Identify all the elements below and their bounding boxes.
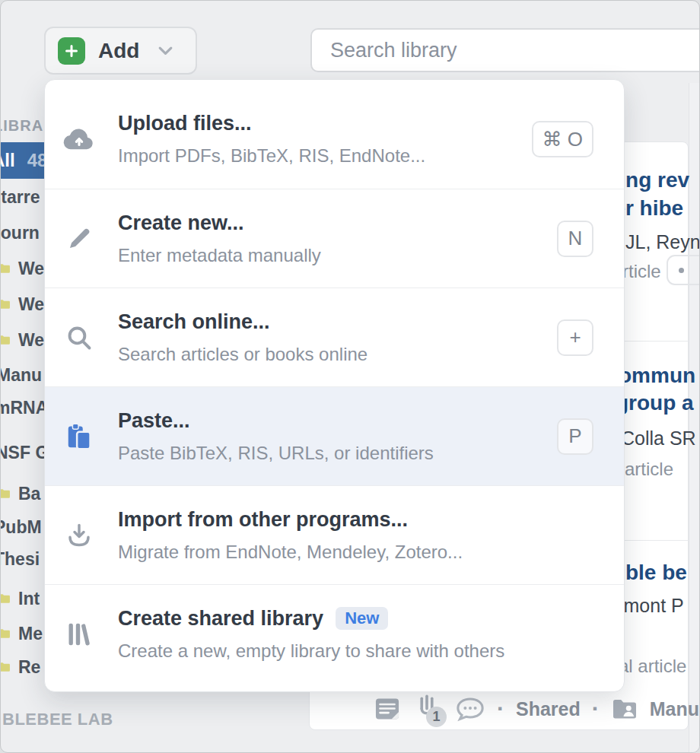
article-meta-row: 1 · Shared · Manusc bbox=[373, 691, 700, 726]
new-badge: New bbox=[336, 607, 388, 630]
menu-item-title: Paste... bbox=[118, 409, 557, 433]
menu-item-title: Search online... bbox=[118, 310, 557, 334]
sidebar-item-label: Thesi bbox=[0, 549, 40, 570]
menu-item-title-text: Create shared library bbox=[118, 607, 323, 631]
attachment-count-badge: 1 bbox=[426, 707, 447, 727]
sidebar-item-label: Int bbox=[18, 589, 40, 609]
menu-item-text: Paste... Paste BibTeX, RIS, URLs, or ide… bbox=[118, 409, 557, 464]
sidebar-item-label: Me bbox=[18, 624, 43, 644]
download-icon bbox=[62, 522, 97, 549]
menu-item-title: Import from other programs... bbox=[118, 508, 593, 532]
menu-item-upload-files[interactable]: Upload files... Import PDFs, BibTeX, RIS… bbox=[45, 90, 624, 189]
article-title[interactable]: group a bbox=[616, 391, 694, 415]
article-authors: JL, Reyn bbox=[625, 231, 700, 253]
sidebar-item-label: NSF G bbox=[0, 443, 49, 463]
menu-item-create-shared-library[interactable]: Create shared library New Create a new, … bbox=[45, 584, 624, 683]
menu-item-subtitle: Search articles or books online bbox=[118, 344, 557, 365]
sidebar-lab-section-label: BLEBEE LAB bbox=[2, 710, 113, 729]
shared-label: Shared bbox=[516, 698, 581, 720]
attachment-indicator[interactable]: 1 bbox=[413, 692, 444, 726]
folder-icon bbox=[0, 488, 11, 499]
notes-icon[interactable] bbox=[373, 694, 402, 723]
pencil-icon bbox=[62, 226, 97, 252]
menu-item-title: Upload files... bbox=[118, 112, 532, 135]
search-container bbox=[310, 28, 700, 72]
separator-dot: · bbox=[592, 697, 600, 720]
folder-icon bbox=[0, 335, 11, 345]
menu-item-subtitle: Paste BibTeX, RIS, URLs, or identifiers bbox=[118, 443, 557, 464]
menu-item-text: Create shared library New Create a new, … bbox=[118, 607, 593, 662]
article-type-label: al article bbox=[619, 656, 686, 677]
menu-item-import-programs[interactable]: Import from other programs... Migrate fr… bbox=[45, 485, 624, 584]
sidebar-item-label: Re bbox=[18, 657, 40, 678]
menu-item-subtitle: Migrate from EndNote, Mendeley, Zotero..… bbox=[118, 542, 593, 563]
menu-item-text: Create new... Enter metadata manually bbox=[118, 211, 557, 266]
search-input[interactable] bbox=[312, 30, 700, 71]
folder-chip-label[interactable]: Manusc bbox=[650, 698, 700, 720]
menu-item-title: Create new... bbox=[118, 211, 557, 235]
add-button-label: Add bbox=[98, 39, 139, 63]
separator-dot: · bbox=[497, 697, 504, 720]
folder-icon bbox=[0, 263, 11, 274]
sidebar-item-label: Starre bbox=[0, 187, 40, 208]
chevron-down-icon bbox=[155, 40, 176, 61]
sidebar-item-all-label: All bbox=[0, 150, 15, 171]
shortcut-badge: N bbox=[557, 221, 593, 257]
right-panel-strip bbox=[689, 83, 700, 753]
sidebar-item-label: We bbox=[18, 330, 44, 351]
clipboard-paste-icon bbox=[62, 421, 97, 452]
sidebar-item-label: Journ bbox=[0, 223, 40, 243]
sidebar-item-label: Ba bbox=[18, 484, 40, 504]
sidebar-lab-section-header: BLEBEE LAB bbox=[1, 709, 309, 730]
menu-item-paste[interactable]: Paste... Paste BibTeX, RIS, URLs, or ide… bbox=[45, 386, 624, 485]
article-type-label: rticle bbox=[622, 261, 661, 282]
magnifier-icon bbox=[62, 324, 97, 351]
citation-badge[interactable] bbox=[667, 255, 700, 285]
dot-icon bbox=[679, 268, 684, 273]
add-dropdown-menu: Upload files... Import PDFs, BibTeX, RIS… bbox=[44, 79, 625, 692]
menu-item-create-new[interactable]: Create new... Enter metadata manually N bbox=[45, 189, 624, 288]
menu-item-subtitle: Import PDFs, BibTeX, RIS, EndNote... bbox=[118, 145, 532, 167]
folder-icon bbox=[0, 593, 11, 604]
menu-item-text: Search online... Search articles or book… bbox=[118, 310, 557, 365]
sidebar-item-label: Manu bbox=[0, 365, 42, 386]
sidebar-library-header-label: LIBRA bbox=[0, 117, 43, 135]
menu-item-subtitle: Enter metadata manually bbox=[118, 245, 557, 266]
sidebar-item-label: We bbox=[18, 259, 44, 279]
shortcut-badge: ⌘ O bbox=[532, 121, 593, 157]
shared-folder-icon[interactable] bbox=[611, 697, 638, 721]
library-icon bbox=[62, 621, 97, 648]
add-button[interactable]: Add bbox=[44, 27, 197, 75]
menu-item-text: Import from other programs... Migrate fr… bbox=[118, 508, 593, 563]
sidebar-item-label: mRNA bbox=[0, 398, 48, 418]
plus-icon bbox=[58, 37, 85, 65]
sidebar-item-label: PubM bbox=[0, 517, 42, 538]
menu-item-text: Upload files... Import PDFs, BibTeX, RIS… bbox=[118, 112, 532, 167]
article-authors: Colla SR bbox=[621, 427, 696, 450]
menu-item-title: Create shared library New bbox=[118, 607, 593, 631]
folder-icon bbox=[0, 662, 11, 672]
folder-icon bbox=[0, 628, 11, 639]
shortcut-badge: P bbox=[557, 418, 593, 455]
comment-icon[interactable] bbox=[455, 696, 485, 722]
sidebar-item-label: We bbox=[18, 294, 44, 315]
menu-item-search-online[interactable]: Search online... Search articles or book… bbox=[45, 288, 624, 386]
cloud-upload-icon bbox=[62, 126, 97, 152]
menu-item-subtitle: Create a new, empty library to share wit… bbox=[118, 640, 593, 662]
app-window: LIBRA All 48 Starre Journ We We We Manu … bbox=[0, 0, 700, 753]
article-title[interactable]: ommun bbox=[619, 364, 695, 388]
shortcut-badge: + bbox=[557, 319, 593, 356]
folder-icon bbox=[0, 299, 11, 310]
